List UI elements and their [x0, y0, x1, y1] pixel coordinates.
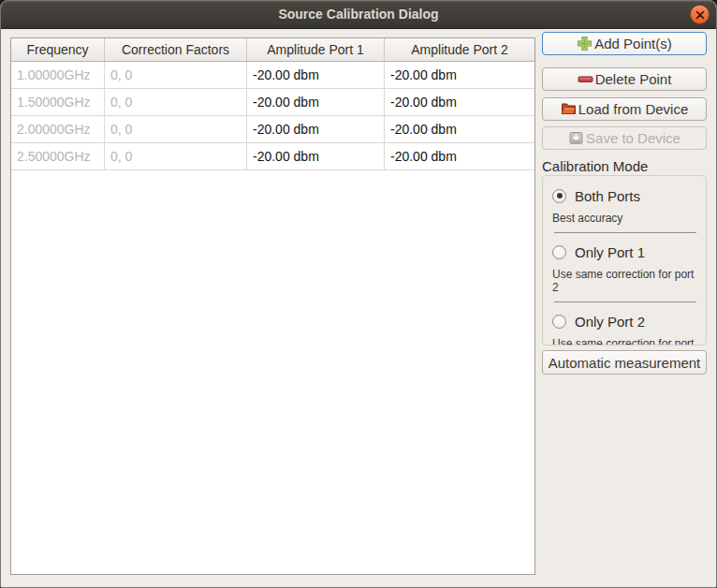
cell-frequency[interactable]: 2.50000GHz [11, 143, 105, 170]
radio-only-port-1-label: Only Port 1 [575, 244, 645, 260]
save-to-device-button[interactable]: Save to Device [542, 126, 707, 150]
calibration-mode-group: Both Ports Best accuracy Only Port 1 Use… [542, 175, 707, 345]
cell-correction-factors[interactable]: 0, 0 [105, 62, 247, 89]
radio-only-port-1-description: Use same correction for port 2 [552, 268, 696, 294]
column-header-frequency[interactable]: Frequency [11, 38, 105, 62]
radio-icon[interactable] [552, 245, 566, 259]
cell-correction-factors[interactable]: 0, 0 [105, 89, 247, 116]
radio-both-ports[interactable]: Both Ports [552, 187, 696, 204]
cell-correction-factors[interactable]: 0, 0 [105, 116, 247, 143]
radio-both-ports-label: Both Ports [575, 188, 640, 204]
plus-icon [577, 36, 593, 51]
cell-amplitude-port-1[interactable]: -20.00 dbm [247, 62, 385, 89]
table-row[interactable]: 2.50000GHz 0, 0 -20.00 dbm -20.00 dbm [11, 143, 534, 170]
add-points-label: Add Point(s) [594, 36, 672, 51]
close-button[interactable] [690, 5, 710, 24]
radio-only-port-2-label: Only Port 2 [575, 314, 645, 330]
table-row[interactable]: 1.50000GHz 0, 0 -20.00 dbm -20.00 dbm [11, 89, 534, 116]
table-header-row: Frequency Correction Factors Amplitude P… [11, 38, 534, 62]
cell-amplitude-port-1[interactable]: -20.00 dbm [247, 143, 385, 170]
side-panel: Add Point(s) Delete Point Load from [542, 32, 707, 575]
cell-amplitude-port-1[interactable]: -20.00 dbm [247, 116, 385, 143]
calibration-mode-label: Calibration Mode [542, 158, 648, 174]
folder-icon [561, 101, 577, 117]
load-from-device-label: Load from Device [578, 101, 689, 117]
delete-point-button[interactable]: Delete Point [542, 67, 707, 91]
radio-only-port-2[interactable]: Only Port 2 [552, 313, 696, 330]
cell-amplitude-port-2[interactable]: -20.00 dbm [385, 143, 534, 170]
automatic-measurement-button[interactable]: Automatic measurement [542, 350, 707, 375]
radio-only-port-2-description: Use same correction for port 1 [552, 337, 696, 345]
cell-correction-factors[interactable]: 0, 0 [105, 143, 247, 170]
radio-both-ports-description: Best accuracy [552, 212, 696, 225]
cell-amplitude-port-2[interactable]: -20.00 dbm [385, 62, 534, 89]
separator [554, 301, 696, 302]
cell-amplitude-port-2[interactable]: -20.00 dbm [385, 116, 534, 143]
column-header-amplitude-port-1[interactable]: Amplitude Port 1 [247, 38, 385, 62]
table-row[interactable]: 1.00000GHz 0, 0 -20.00 dbm -20.00 dbm [11, 62, 534, 89]
column-header-correction-factors[interactable]: Correction Factors [105, 38, 247, 62]
cell-amplitude-port-2[interactable]: -20.00 dbm [385, 89, 534, 116]
radio-icon[interactable] [552, 189, 566, 203]
cell-frequency[interactable]: 2.00000GHz [11, 116, 105, 143]
titlebar[interactable]: Source Calibration Dialog [1, 1, 716, 29]
automatic-measurement-label: Automatic measurement [549, 355, 701, 371]
cell-frequency[interactable]: 1.50000GHz [11, 89, 105, 116]
radio-only-port-1[interactable]: Only Port 1 [552, 243, 696, 260]
cell-amplitude-port-1[interactable]: -20.00 dbm [247, 89, 385, 116]
delete-point-label: Delete Point [595, 71, 672, 87]
window-title: Source Calibration Dialog [1, 7, 716, 22]
load-from-device-button[interactable]: Load from Device [542, 97, 707, 121]
save-icon [568, 130, 584, 146]
table-row[interactable]: 2.00000GHz 0, 0 -20.00 dbm -20.00 dbm [11, 116, 534, 143]
separator [554, 232, 696, 233]
radio-icon[interactable] [552, 315, 566, 329]
calibration-points-table: Frequency Correction Factors Amplitude P… [10, 37, 535, 575]
add-points-button[interactable]: Add Point(s) [542, 32, 707, 55]
cell-frequency[interactable]: 1.00000GHz [11, 62, 105, 89]
column-header-amplitude-port-2[interactable]: Amplitude Port 2 [385, 38, 534, 62]
close-icon [695, 10, 705, 20]
save-to-device-label: Save to Device [586, 130, 680, 146]
minus-icon [578, 71, 593, 87]
source-calibration-dialog: Source Calibration Dialog Frequency Corr… [0, 0, 717, 588]
